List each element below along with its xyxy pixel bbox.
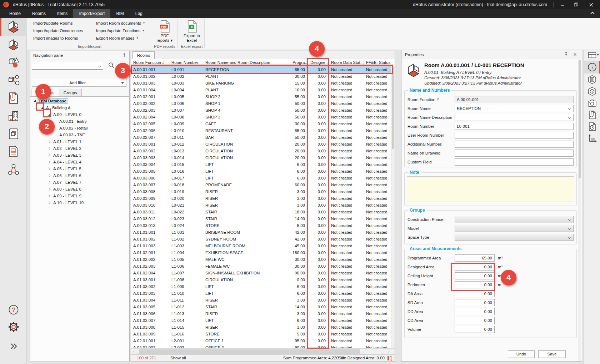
sidebar-item-occurrences[interactable] — [0, 71, 27, 89]
table-row[interactable]: A.00.03.009 L0-020 RISER 3.00 0.00 Not c… — [131, 195, 391, 202]
tree-item[interactable]: A.05 - LEVEL 5 — [30, 165, 129, 172]
table-row[interactable]: A.01.03.008 L1-015 RISER 3.00 0.00 Not c… — [131, 324, 391, 331]
ribbon-button[interactable]: Import/update Rooms — [30, 19, 69, 27]
tree-item[interactable]: A.03 - LEVEL 3 — [30, 152, 129, 158]
attachments-tab[interactable] — [584, 109, 600, 121]
tree-expander-icon[interactable] — [47, 186, 52, 192]
sidebar-item-reports[interactable] — [0, 143, 27, 161]
table-row[interactable]: A.00.03.007 L0-018 PROMENADE 60.00 0.00 … — [131, 182, 391, 188]
tree-expander-icon[interactable] — [47, 152, 52, 158]
field-input[interactable] — [455, 141, 574, 148]
menu-tab[interactable]: Log — [130, 9, 148, 18]
scrollbar-thumb[interactable] — [579, 60, 581, 178]
table-row[interactable]: A.01.01.002 L1-002 SYDNEY ROOM 42.00 0.0… — [131, 236, 391, 243]
table-row[interactable]: A.01.03.001 L1-008 CIRCULATION 0.00 0.00… — [131, 277, 391, 283]
field-dropdown[interactable] — [455, 234, 574, 241]
tree-expander-icon[interactable] — [47, 145, 52, 152]
field-input[interactable] — [455, 114, 574, 121]
report-book-icon[interactable] — [387, 355, 392, 361]
search-icon[interactable] — [108, 62, 114, 68]
field-input[interactable]: 0.00 — [455, 290, 495, 297]
close-icon[interactable]: ✕ — [573, 52, 577, 57]
vertical-scrollbar[interactable] — [391, 66, 395, 348]
pdf-reports-button[interactable]: PDF PDF reports ▾ — [152, 20, 178, 43]
table-row[interactable]: A.00.03.008 L0-019 RISER 3.00 0.00 Not c… — [131, 188, 391, 195]
note-textarea[interactable] — [407, 176, 574, 202]
tree-item[interactable]: A.08 - LEVEL 8 — [30, 186, 129, 192]
navigation-search-input[interactable] — [32, 62, 103, 70]
minimize-button[interactable] — [556, 0, 569, 9]
table-row[interactable]: A.00.02.006 L0-010 RESTAURANT 65.00 0.00… — [131, 127, 391, 134]
table-row[interactable]: A.01.03.002 L1-009 LIFT 6.00 0.00 Not cr… — [131, 283, 391, 290]
ribbon-button[interactable]: Export Room images ▾ — [93, 34, 127, 42]
table-row[interactable]: A.00.03.005 L0-016 LIFT 6.00 0.00 Not cr… — [131, 168, 391, 175]
sidebar-item-room-templates[interactable] — [0, 36, 27, 54]
sidebar-item-items[interactable] — [0, 54, 27, 71]
close-button[interactable] — [585, 0, 597, 9]
ribbon-button[interactable]: Import/update Occurrences — [30, 27, 69, 34]
table-row[interactable]: A.00.03.003 L0-014 CIRCULATION 20.00 0.0… — [131, 155, 391, 161]
pin-icon[interactable] — [564, 52, 568, 56]
pin-icon[interactable] — [122, 53, 126, 57]
expand-sidebar-button[interactable] — [0, 338, 27, 354]
table-row[interactable]: A.00.03.010 L0-021 RISER 3.00 0.00 Not c… — [131, 202, 391, 209]
tree-expander-icon[interactable] — [47, 158, 52, 165]
tree-expander-icon[interactable] — [47, 192, 52, 199]
images-tab[interactable] — [584, 97, 600, 109]
navigation-tab[interactable]: Groups — [59, 89, 82, 96]
table-row[interactable]: A.00.02.004 L0-008 SHOP 3 50.00 0.00 Not… — [131, 114, 391, 121]
room-data-sheet-tab[interactable] — [584, 74, 600, 85]
table-row[interactable]: A.00.03.011 L0-022 STAIR 18.00 0.00 Not … — [131, 209, 391, 216]
table-row[interactable]: A.00.02.003 L0-007 SHOP 4 50.00 0.00 Not… — [131, 107, 391, 114]
table-row[interactable]: A.00.03.002 L0-013 CIRCULATION 20.00 0.0… — [131, 148, 391, 155]
tree-expander-icon[interactable] — [47, 172, 52, 179]
table-row[interactable]: A.01.03.007 L1-014 LIFT 6.00 0.00 Not cr… — [131, 317, 391, 324]
scroll-right-icon[interactable]: › — [388, 349, 390, 354]
table-row[interactable]: A.01.03.006 L1-013 RISER 3.00 0.00 Not c… — [131, 310, 391, 317]
export-to-excel-button[interactable]: X Export to Excel — [179, 20, 205, 43]
bim-model-tab[interactable] — [584, 85, 600, 97]
table-row[interactable]: A.01.01.003 L1-003 MELBOURNE ROOM 45.00 … — [131, 243, 391, 249]
field-input[interactable]: RECEPTION — [455, 105, 574, 112]
rooms-tab[interactable]: Rooms — [132, 51, 155, 59]
field-input[interactable]: 0.00 — [455, 326, 495, 333]
table-row[interactable]: A.01.01.001 L1-001 BRISBANE ROOM 42.00 0… — [131, 229, 391, 236]
table-row[interactable]: A.01.03.009 L1-016 STORE 5.00 0.00 Not c… — [131, 331, 391, 338]
tree-item[interactable]: A.09 - LEVEL 9 — [30, 192, 129, 199]
tree-item[interactable]: A.06 - LEVEL 6 — [30, 172, 129, 179]
field-dropdown[interactable] — [455, 225, 574, 232]
ribbon-button[interactable]: Import/update Functions ▾ — [93, 27, 127, 34]
menu-tab[interactable]: Rooms — [26, 9, 51, 18]
tree-expander-icon[interactable] — [47, 138, 52, 145]
undo-button[interactable]: Undo — [508, 350, 535, 358]
table-row[interactable]: A.02.01.002 L2-002 OFFICE 2 90.00 0.00 N… — [131, 344, 391, 348]
table-row[interactable]: A.00.02.002 L0-006 SHOP 1 50.00 0.00 Not… — [131, 100, 391, 107]
table-row[interactable]: A.01.02.004 L1-007 SIGN-IN/SMALL EXHIBIT… — [131, 270, 391, 277]
table-row[interactable]: A.01.03.005 L1-012 STAIR 14.00 0.00 Not … — [131, 304, 391, 310]
field-input[interactable]: 65.00 — [455, 254, 495, 262]
table-row[interactable]: A.01.02.003 L1-006 FEMALE WC 30.00 0.00 … — [131, 263, 391, 270]
chevron-down-icon[interactable] — [98, 65, 101, 67]
field-input[interactable]: A.00.01.001 — [455, 96, 574, 103]
menu-tab[interactable]: Import/Export — [73, 9, 110, 18]
ribbon-collapse-icon[interactable] — [590, 11, 595, 16]
sidebar-item-systems[interactable] — [0, 161, 27, 178]
scrollbar-thumb[interactable] — [392, 67, 394, 149]
properties-scrollbar[interactable] — [578, 60, 581, 361]
table-row[interactable]: A.00.01.003 L0-003 BIKE PARKING 15.00 0.… — [131, 80, 391, 87]
help-button[interactable]: ? — [0, 302, 27, 318]
measurements-tab[interactable] — [584, 132, 600, 144]
tree-item[interactable]: A.02 - LEVEL 2 — [30, 145, 129, 152]
field-dropdown[interactable] — [455, 216, 574, 223]
tree-item[interactable]: A.01 - LEVEL 1 — [30, 138, 129, 145]
table-row[interactable]: A.00.02.001 L0-005 SHOP 2 55.00 0.00 Not… — [131, 93, 391, 100]
table-row[interactable]: A.01.03.003 L1-010 LIFT 6.00 0.00 Not cr… — [131, 290, 391, 297]
tree-expander-icon[interactable] — [47, 199, 52, 206]
field-input[interactable]: 0.00 — [455, 317, 495, 324]
ribbon-button[interactable]: Import images to Rooms — [30, 34, 69, 42]
tree-item[interactable]: A.04 - LEVEL 4 — [30, 158, 129, 165]
field-input[interactable]: 0.00 — [455, 299, 495, 306]
table-row[interactable]: A.00.02.005 L0-009 CAFE 30.00 0.00 Not c… — [131, 121, 391, 127]
field-input[interactable]: L0-001 — [455, 123, 574, 130]
sidebar-item-buildings[interactable] — [0, 107, 27, 125]
